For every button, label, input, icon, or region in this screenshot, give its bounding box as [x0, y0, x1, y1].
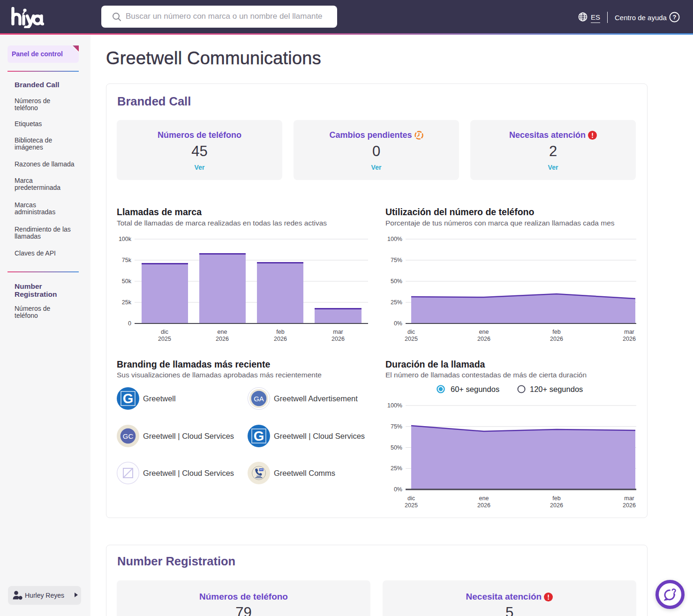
svg-text:ene: ene — [479, 495, 489, 502]
svg-text:2026: 2026 — [216, 336, 229, 342]
svg-text:?: ? — [673, 14, 677, 21]
svg-text:100k: 100k — [119, 236, 132, 242]
svg-text:mar: mar — [624, 495, 634, 502]
svg-text:feb: feb — [552, 495, 560, 502]
svg-text:feb: feb — [552, 329, 560, 335]
svg-text:ene: ene — [479, 329, 489, 335]
svg-text:25%: 25% — [391, 299, 402, 306]
svg-text:2026: 2026 — [550, 502, 563, 509]
svg-text:GA: GA — [254, 395, 264, 403]
svg-text:2025: 2025 — [405, 502, 418, 509]
svg-text:dic: dic — [161, 329, 168, 335]
svg-text:100%: 100% — [387, 402, 402, 409]
svg-text:50k: 50k — [122, 278, 132, 285]
svg-text:2026: 2026 — [274, 336, 287, 342]
svg-text:2026: 2026 — [623, 502, 636, 509]
svg-text:ene: ene — [218, 329, 227, 335]
svg-text:2026: 2026 — [623, 336, 636, 342]
svg-text:mar: mar — [333, 329, 343, 335]
svg-text:mar: mar — [624, 329, 634, 335]
svg-text:2025: 2025 — [405, 336, 418, 342]
svg-text:2026: 2026 — [331, 336, 345, 342]
svg-text:75%: 75% — [391, 257, 402, 263]
svg-text:dic: dic — [407, 329, 415, 335]
svg-text:100%: 100% — [387, 236, 402, 242]
svg-text:25k: 25k — [122, 299, 132, 306]
svg-text:GC: GC — [123, 432, 134, 440]
svg-text:0%: 0% — [394, 486, 402, 493]
svg-text:75%: 75% — [391, 423, 402, 430]
svg-text:25%: 25% — [391, 465, 402, 472]
svg-text:50%: 50% — [391, 444, 402, 451]
svg-text:2026: 2026 — [477, 502, 490, 509]
svg-text:2026: 2026 — [550, 336, 563, 342]
svg-text:75k: 75k — [122, 257, 132, 263]
svg-text:dic: dic — [407, 495, 415, 502]
svg-text:G: G — [254, 428, 264, 443]
svg-text:50%: 50% — [391, 278, 402, 285]
svg-text:0: 0 — [128, 320, 131, 327]
svg-text:G: G — [123, 391, 134, 406]
svg-text:2026: 2026 — [477, 336, 490, 342]
svg-text:feb: feb — [276, 329, 284, 335]
svg-text:0%: 0% — [394, 320, 402, 327]
svg-text:2025: 2025 — [158, 336, 171, 342]
